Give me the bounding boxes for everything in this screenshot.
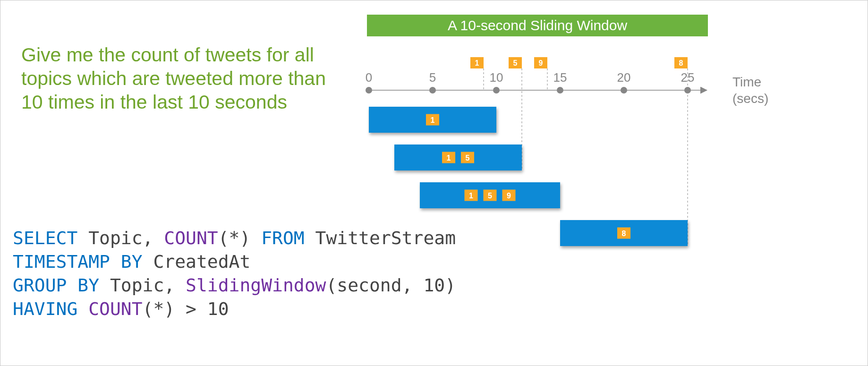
- sql-func-count2: COUNT: [77, 298, 142, 319]
- svg-text:1: 1: [447, 154, 451, 162]
- svg-text:20: 20: [617, 70, 631, 85]
- sql-keyword-having: HAVING: [13, 298, 77, 319]
- timeline-diagram: 051015202515981151598: [359, 52, 723, 253]
- svg-point-5: [493, 87, 500, 94]
- sql-text: (second, 10): [326, 275, 456, 296]
- sql-text: (*): [218, 228, 262, 248]
- svg-point-3: [429, 87, 436, 94]
- svg-text:8: 8: [622, 230, 626, 238]
- svg-point-7: [557, 87, 563, 94]
- sql-keyword-select: SELECT: [13, 228, 77, 248]
- sql-text: Topic,: [77, 228, 164, 248]
- axis-label: Time (secs): [732, 74, 768, 107]
- svg-point-1: [366, 87, 372, 94]
- sql-text: (*) > 10: [143, 298, 229, 319]
- svg-text:1: 1: [431, 116, 435, 124]
- axis-label-line2: (secs): [732, 91, 768, 106]
- svg-text:5: 5: [488, 192, 492, 200]
- svg-rect-28: [394, 145, 522, 170]
- svg-text:15: 15: [553, 70, 567, 85]
- sql-query: SELECT Topic, COUNT(*) FROM TwitterStrea…: [13, 226, 456, 321]
- axis-label-line1: Time: [732, 75, 761, 89]
- svg-text:5: 5: [513, 59, 518, 67]
- sql-keyword-timestamp: TIMESTAMP BY: [13, 251, 143, 272]
- query-description: Give me the count of tweets for all topi…: [21, 43, 333, 114]
- svg-point-9: [621, 87, 627, 94]
- svg-text:8: 8: [679, 59, 683, 67]
- slide: A 10-second Sliding Window Give me the c…: [0, 0, 868, 366]
- sql-text: Topic,: [99, 275, 186, 296]
- svg-text:1: 1: [469, 192, 473, 200]
- svg-text:10: 10: [490, 70, 503, 85]
- svg-text:5: 5: [429, 70, 436, 85]
- svg-text:5: 5: [466, 154, 470, 162]
- diagram-title: A 10-second Sliding Window: [367, 15, 708, 36]
- sql-func-count: COUNT: [164, 228, 218, 248]
- svg-text:9: 9: [507, 192, 511, 200]
- sql-text: CreatedAt: [143, 251, 251, 272]
- svg-text:1: 1: [475, 59, 479, 67]
- svg-text:0: 0: [366, 70, 372, 85]
- sql-text: TwitterStream: [305, 228, 456, 248]
- sql-func-sliding: SlidingWindow: [186, 275, 326, 296]
- sql-keyword-from: FROM: [261, 228, 305, 248]
- svg-text:9: 9: [539, 59, 543, 67]
- sql-keyword-group: GROUP BY: [13, 275, 99, 296]
